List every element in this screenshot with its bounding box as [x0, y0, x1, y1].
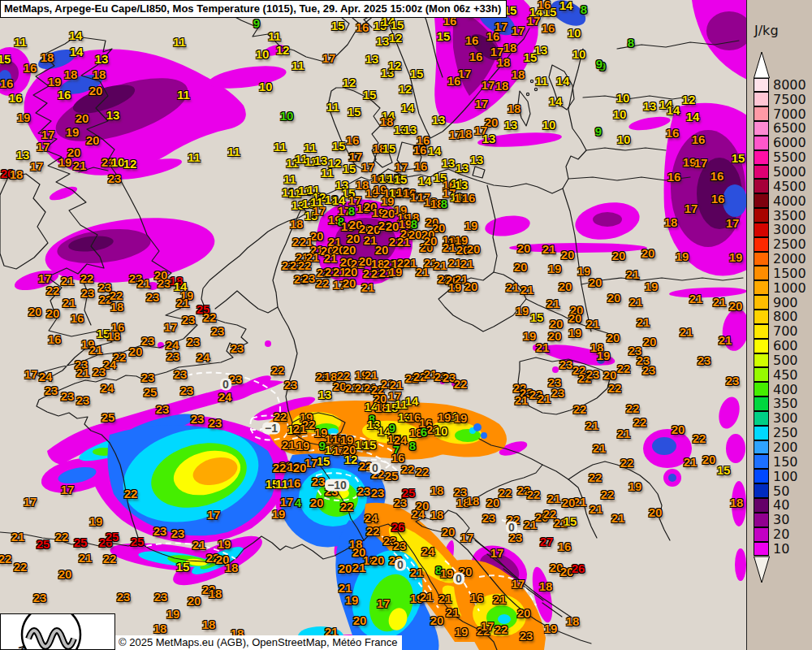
legend-value: 1500: [773, 267, 806, 280]
legend-row: 900: [754, 296, 806, 310]
legend-swatch: [754, 295, 769, 310]
legend-swatch: [754, 179, 769, 193]
legend-value: 30: [773, 514, 789, 526]
legend-swatch: [754, 237, 769, 252]
legend-swatch: [754, 208, 769, 223]
legend-swatch: [754, 223, 769, 237]
legend-value: 6500: [773, 122, 806, 135]
legend-swatch: [754, 121, 769, 136]
legend-swatch: [754, 280, 769, 295]
legend-row: 7000: [754, 107, 806, 122]
legend-row: 700: [754, 324, 806, 339]
legend-row: 40: [754, 498, 806, 513]
legend-swatch: [754, 498, 769, 513]
legend-row: 800: [754, 310, 806, 325]
legend-value: 4000: [773, 195, 806, 208]
legend-value: 450: [773, 369, 798, 382]
legend-swatch: [754, 324, 769, 339]
legend-swatch: [754, 353, 769, 368]
legend-value: 800: [773, 310, 798, 323]
legend-value: 400: [773, 384, 798, 396]
legend-arrow-down-icon: [750, 556, 783, 586]
legend-row: 600: [754, 339, 806, 353]
legend-swatch: [754, 252, 769, 266]
legend-panel: J/kg 80007500700065006000550050004500400…: [746, 0, 812, 650]
legend-row: 8000: [754, 78, 806, 93]
legend-value: 300: [773, 412, 798, 425]
legend-value: 20: [773, 528, 789, 541]
legend-row: 250: [754, 426, 806, 440]
legend-value: 700: [773, 325, 798, 338]
legend-swatch: [754, 136, 769, 150]
legend-row: 3500: [754, 209, 806, 223]
legend-unit-label: J/kg: [754, 23, 779, 38]
legend-value: 250: [773, 427, 798, 440]
legend-arrow-up-icon: [750, 49, 783, 79]
legend-row: 7500: [754, 93, 806, 107]
legend-value: 3500: [773, 210, 806, 223]
legend-row: 1500: [754, 266, 806, 281]
legend-swatch: [754, 310, 769, 324]
legend-row: 30: [754, 513, 806, 527]
legend-swatch: [754, 150, 769, 165]
legend-row: 20: [754, 527, 806, 542]
legend-swatch: [754, 527, 769, 542]
legend-row: 450: [754, 368, 806, 383]
legend-swatch: [754, 440, 769, 455]
legend-value: 10: [773, 543, 789, 556]
legend-row: 150: [754, 455, 806, 470]
legend-swatch: [754, 367, 769, 382]
legend-swatch: [754, 78, 769, 93]
legend-value: 7500: [773, 93, 806, 106]
legend-row: 50: [754, 484, 806, 499]
legend-value: 5000: [773, 166, 806, 179]
legend-row: 10: [754, 542, 806, 557]
legend-row: 1000: [754, 281, 806, 296]
legend-value: 150: [773, 456, 798, 469]
legend-swatch: [754, 411, 769, 426]
legend-value: 600: [773, 340, 798, 353]
legend-swatch: [754, 193, 769, 208]
legend-row: 300: [754, 411, 806, 426]
copyright-text: © 2025 MetMaps.eu (AGB), OpenStreetMap, …: [115, 635, 402, 650]
legend-value: 5500: [773, 151, 806, 164]
legend-value: 500: [773, 354, 798, 367]
map-title: MetMaps, Arpege-Eu Cape/LI850, Mos Tempe…: [0, 0, 507, 18]
legend-value: 6000: [773, 136, 806, 150]
legend-scale: 8000750070006500600055005000450040003500…: [754, 78, 806, 557]
legend-value: 1000: [773, 282, 806, 295]
legend-value: 3000: [773, 223, 806, 236]
legend-value: 40: [773, 499, 789, 512]
legend-swatch: [754, 339, 769, 353]
legend-value: 7000: [773, 108, 806, 121]
legend-swatch: [754, 454, 769, 469]
legend-value: 8000: [773, 79, 806, 92]
metmaps-logo: METMAPS: [0, 613, 115, 650]
legend-swatch: [754, 426, 769, 440]
legend-value: 350: [773, 397, 798, 410]
legend-swatch: [754, 382, 769, 396]
legend-row: 6000: [754, 136, 806, 150]
legend-value: 100: [773, 470, 798, 483]
legend-row: 100: [754, 470, 806, 484]
legend-value: 200: [773, 441, 798, 454]
legend-row: 5500: [754, 150, 806, 165]
map-canvas: [0, 0, 747, 650]
legend-row: 5000: [754, 165, 806, 180]
legend-value: 2500: [773, 238, 806, 251]
legend-swatch: [754, 165, 769, 180]
legend-value: 4500: [773, 180, 806, 193]
legend-row: 4500: [754, 180, 806, 194]
legend-row: 6500: [754, 122, 806, 136]
legend-row: 500: [754, 353, 806, 368]
legend-value: 50: [773, 485, 789, 498]
legend-swatch: [754, 483, 769, 498]
legend-swatch: [754, 513, 769, 527]
legend-row: 2000: [754, 252, 806, 266]
legend-swatch: [754, 469, 769, 483]
legend-swatch: [754, 542, 769, 557]
legend-row: 2500: [754, 237, 806, 252]
weather-map-app: 1114151814131616191818162016111113192019…: [0, 0, 812, 650]
legend-row: 350: [754, 397, 806, 412]
legend-row: 200: [754, 440, 806, 455]
